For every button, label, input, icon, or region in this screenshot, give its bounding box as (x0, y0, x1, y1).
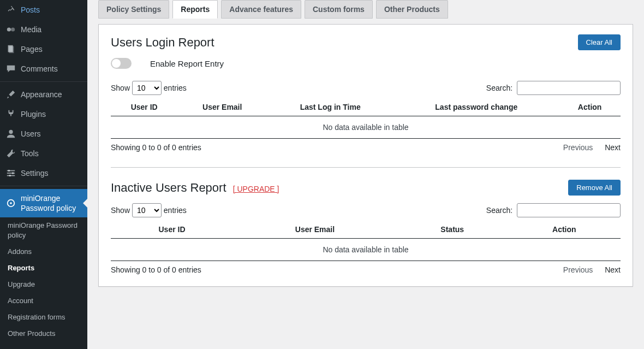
prev-button[interactable]: Previous (563, 265, 593, 274)
page-icon (5, 44, 16, 55)
next-button[interactable]: Next (605, 265, 621, 274)
table-row: No data available in table (111, 116, 621, 139)
empty-message: No data available in table (111, 239, 621, 261)
enable-report-toggle[interactable] (111, 58, 132, 69)
col-action[interactable]: Action (508, 221, 621, 239)
remove-all-button[interactable]: Remove All (568, 180, 621, 196)
user-icon (5, 128, 16, 139)
entries-length-control: Show 10 entries (111, 81, 187, 95)
entries-length-control: Show 10 entries (111, 203, 187, 217)
table-row: No data available in table (111, 239, 621, 261)
plug-icon (5, 109, 16, 120)
svg-point-9 (12, 172, 14, 174)
sidebar-item-appearance[interactable]: Appearance (0, 85, 87, 104)
submenu-item[interactable]: Reports (0, 260, 87, 276)
tab-bar: Policy Settings Reports Advance features… (98, 0, 633, 19)
next-button[interactable]: Next (605, 143, 621, 152)
submenu-item[interactable]: miniOrange Password policy (0, 217, 87, 244)
sidebar-item-plugins[interactable]: Plugins (0, 104, 87, 124)
pin-icon (5, 4, 16, 15)
col-action[interactable]: Action (559, 98, 621, 116)
sidebar-submenu: miniOrange Password policy Addons Report… (0, 217, 87, 342)
col-status[interactable]: Status (397, 221, 508, 239)
sidebar-item-pages[interactable]: Pages (0, 39, 87, 59)
col-last-pwd-change[interactable]: Last password change (393, 98, 559, 116)
show-suffix-label: entries (164, 84, 187, 92)
comment-icon (5, 63, 16, 74)
show-suffix-label: entries (164, 206, 187, 215)
sidebar-item-label: Appearance (21, 90, 62, 99)
tab-other-products[interactable]: Other Products (376, 0, 448, 19)
wrench-icon (5, 148, 16, 159)
sidebar-item-posts[interactable]: Posts (0, 0, 87, 20)
tab-policy-settings[interactable]: Policy Settings (98, 0, 169, 19)
search-label: Search: (486, 206, 512, 215)
col-last-login[interactable]: Last Log in Time (267, 98, 393, 116)
col-user-id[interactable]: User ID (111, 98, 177, 116)
sidebar-item-miniorange[interactable]: miniOrange Password policy (0, 189, 87, 217)
svg-point-4 (9, 130, 13, 134)
users-login-table: User ID User Email Last Log in Time Last… (111, 98, 621, 139)
sidebar-item-users[interactable]: Users (0, 124, 87, 144)
media-icon (5, 24, 16, 35)
col-user-email[interactable]: User Email (177, 98, 267, 116)
users-login-report-title: Users Login Report (111, 36, 214, 50)
col-user-email[interactable]: User Email (233, 221, 397, 239)
sidebar-item-media[interactable]: Media (0, 20, 87, 39)
sidebar-item-label: Posts (21, 5, 40, 15)
submenu-item[interactable]: Addons (0, 244, 87, 260)
reports-panel: Users Login Report Clear All Enable Repo… (98, 24, 633, 287)
col-user-id[interactable]: User ID (111, 221, 233, 239)
sidebar-item-label: Pages (21, 44, 43, 54)
sidebar-item-label: miniOrange Password policy (21, 193, 83, 213)
svg-point-10 (9, 175, 11, 177)
search-label: Search: (486, 84, 512, 92)
tab-advance-features[interactable]: Advance features (221, 0, 301, 19)
svg-point-0 (7, 27, 11, 31)
submenu-item[interactable]: Other Products (0, 326, 87, 342)
submenu-item[interactable]: Registration forms (0, 309, 87, 326)
entries-select[interactable]: 10 (132, 81, 162, 95)
svg-point-12 (10, 202, 12, 204)
empty-message: No data available in table (111, 116, 621, 139)
tab-custom-forms[interactable]: Custom forms (305, 0, 373, 19)
svg-point-1 (11, 27, 15, 31)
show-prefix-label: Show (111, 206, 130, 215)
table-info: Showing 0 to 0 of 0 entries (111, 143, 201, 152)
sidebar-item-tools[interactable]: Tools (0, 144, 87, 163)
submenu-item[interactable]: Account (0, 293, 87, 309)
pagination: Previous Next (553, 265, 621, 274)
tab-reports[interactable]: Reports (172, 0, 218, 19)
sidebar-item-label: Users (21, 129, 41, 139)
table-info: Showing 0 to 0 of 0 entries (111, 265, 201, 274)
sidebar-item-label: Comments (21, 64, 58, 74)
upgrade-link[interactable]: [ UPGRADE ] (233, 185, 279, 193)
svg-point-8 (8, 170, 10, 172)
brush-icon (5, 89, 16, 100)
sliders-icon (5, 168, 16, 179)
menu-separator (0, 186, 87, 186)
menu-separator (0, 81, 87, 82)
sidebar-item-label: Media (21, 25, 41, 34)
submenu-item[interactable]: Upgrade (0, 276, 87, 293)
inactive-users-table: User ID User Email Status Action No data… (111, 221, 621, 261)
clear-all-button[interactable]: Clear All (578, 34, 621, 50)
sidebar-item-settings[interactable]: Settings (0, 163, 87, 183)
search-input[interactable] (517, 81, 621, 95)
sidebar-item-comments[interactable]: Comments (0, 59, 87, 79)
prev-button[interactable]: Previous (563, 143, 593, 152)
admin-sidebar: Posts Media Pages Comments Appearance (0, 0, 87, 349)
inactive-users-report-title: Inactive Users Report [ UPGRADE ] (111, 181, 279, 195)
entries-select[interactable]: 10 (132, 203, 162, 217)
enable-report-label: Enable Report Entry (150, 59, 224, 68)
svg-rect-3 (9, 46, 14, 54)
sidebar-item-label: Settings (21, 168, 49, 178)
pagination: Previous Next (553, 143, 621, 152)
sidebar-item-label: Tools (21, 149, 39, 158)
search-input[interactable] (517, 203, 621, 217)
main-content: Policy Settings Reports Advance features… (87, 0, 644, 349)
section-divider (111, 167, 621, 168)
sidebar-item-label: Plugins (21, 109, 46, 119)
inactive-title-text: Inactive Users Report (111, 181, 226, 194)
show-prefix-label: Show (111, 84, 130, 92)
